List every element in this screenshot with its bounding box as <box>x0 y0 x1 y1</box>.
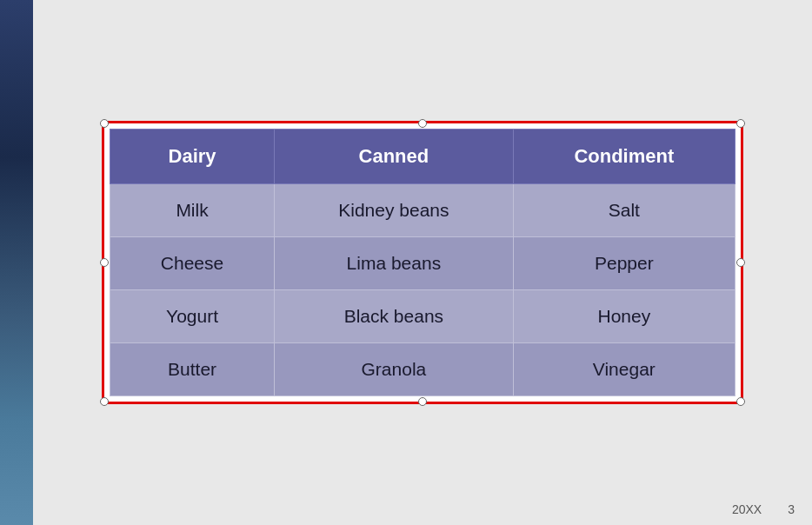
slide-footer: 20XX 3 <box>732 502 795 516</box>
table-cell-r1-c2: Pepper <box>513 237 735 290</box>
handle-bottom-left[interactable] <box>100 397 109 406</box>
handle-bottom-center[interactable] <box>418 397 427 406</box>
table-row: CheeseLima beansPepper <box>110 237 735 290</box>
handle-middle-right[interactable] <box>736 258 745 267</box>
slide-year: 20XX <box>732 502 762 516</box>
table-row: MilkKidney beansSalt <box>110 184 735 237</box>
col-header-canned: Canned <box>275 130 514 184</box>
table-cell-r3-c2: Vinegar <box>513 343 735 396</box>
handle-middle-left[interactable] <box>100 258 109 267</box>
table-wrapper: Dairy Canned Condiment MilkKidney beansS… <box>102 121 743 404</box>
slide-content: Dairy Canned Condiment MilkKidney beansS… <box>33 0 812 525</box>
table-header-row: Dairy Canned Condiment <box>110 130 735 184</box>
table-cell-r3-c0: Butter <box>110 343 275 396</box>
table-cell-r2-c2: Honey <box>513 290 735 343</box>
handle-top-center[interactable] <box>418 119 427 128</box>
col-header-condiment: Condiment <box>513 130 735 184</box>
table-cell-r3-c1: Granola <box>275 343 514 396</box>
slide-page-number: 3 <box>788 502 795 516</box>
col-header-dairy: Dairy <box>110 130 275 184</box>
table-cell-r1-c1: Lima beans <box>275 237 514 290</box>
slide-container: Dairy Canned Condiment MilkKidney beansS… <box>33 0 812 525</box>
table-row: ButterGranolaVinegar <box>110 343 735 396</box>
table-cell-r1-c0: Cheese <box>110 237 275 290</box>
handle-top-right[interactable] <box>736 119 745 128</box>
handle-top-left[interactable] <box>100 119 109 128</box>
sidebar-decoration <box>0 0 33 525</box>
food-table: Dairy Canned Condiment MilkKidney beansS… <box>110 129 735 396</box>
table-cell-r0-c1: Kidney beans <box>275 184 514 237</box>
handle-bottom-right[interactable] <box>736 397 745 406</box>
table-cell-r0-c0: Milk <box>110 184 275 237</box>
table-cell-r0-c2: Salt <box>513 184 735 237</box>
table-row: YogurtBlack beansHoney <box>110 290 735 343</box>
table-cell-r2-c1: Black beans <box>275 290 514 343</box>
table-cell-r2-c0: Yogurt <box>110 290 275 343</box>
